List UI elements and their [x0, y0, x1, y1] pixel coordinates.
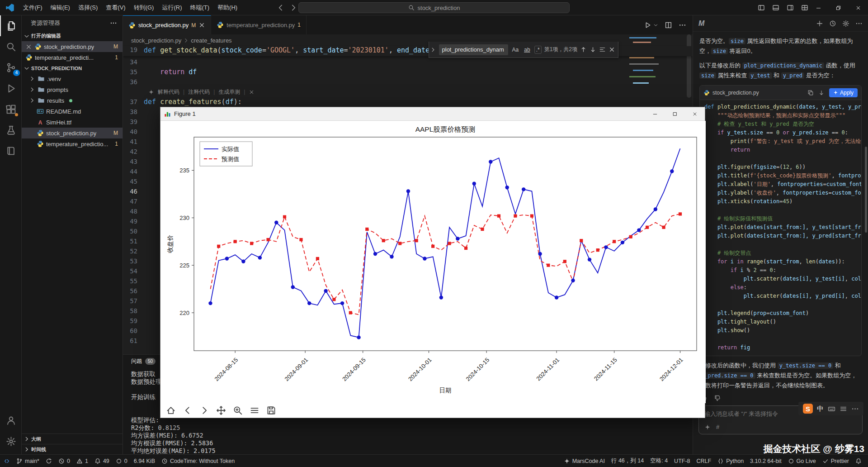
ai-action-comment[interactable]: 注释代码	[188, 88, 210, 96]
menu-item[interactable]: 文件(F)	[19, 0, 47, 15]
explorer-file-item[interactable]: stock_prediction.py M	[22, 128, 123, 138]
find-input[interactable]: plot_predictions_dynam	[439, 44, 508, 55]
status-bar-item[interactable]: 1	[76, 458, 88, 464]
toolbar-button[interactable]	[166, 405, 176, 415]
ai-action-unittest[interactable]: 生成单测	[218, 88, 240, 96]
status-bar-item[interactable]	[4, 458, 10, 464]
ime-mode-chinese[interactable]: 中	[817, 405, 824, 413]
find-in-selection-button[interactable]	[599, 46, 606, 53]
explorer-file-item[interactable]: .venv	[22, 73, 123, 84]
toolbar-button[interactable]	[266, 405, 276, 415]
breadcrumb-symbol[interactable]: create_features	[191, 37, 231, 44]
close-icon[interactable]	[25, 43, 32, 50]
activity-bar-item[interactable]	[0, 431, 22, 452]
close-button[interactable]	[848, 0, 868, 15]
explorer-file-item[interactable]: prompts	[22, 84, 123, 95]
figure-title-bar[interactable]: Figure 1	[160, 107, 705, 121]
more-icon[interactable]	[851, 405, 859, 413]
status-bar-item[interactable]: 空格: 4	[650, 457, 668, 465]
more-actions-icon[interactable]	[110, 19, 117, 27]
toolbar-button[interactable]	[183, 405, 193, 415]
keyboard-icon[interactable]	[828, 405, 835, 413]
status-bar-item[interactable]: CRLF	[697, 458, 712, 464]
toolbar-button[interactable]	[216, 405, 226, 415]
status-bar-item[interactable]: 3.10.2 64-bit	[750, 458, 782, 464]
close-button[interactable]	[685, 107, 705, 120]
chevron-down-icon[interactable]	[653, 23, 658, 28]
skills-icon[interactable]	[704, 424, 711, 430]
apply-button[interactable]: Apply	[829, 88, 858, 97]
status-bar-item[interactable]: UTF-8	[674, 458, 690, 464]
input-method-tray[interactable]: S 中	[798, 402, 863, 415]
insert-icon[interactable]	[818, 90, 825, 96]
run-python-file-button[interactable]	[644, 21, 651, 29]
gear-icon[interactable]	[842, 20, 849, 27]
editor-tab[interactable]: temperature_prediction.py 1	[211, 15, 307, 34]
next-match-button[interactable]	[590, 46, 596, 53]
status-bar-item[interactable]	[46, 458, 52, 464]
layout-toggle-icon[interactable]	[772, 4, 779, 11]
toolbar-button[interactable]	[199, 405, 209, 415]
activity-bar-item[interactable]	[0, 78, 22, 99]
split-editor-button[interactable]	[665, 21, 672, 29]
menu-item[interactable]: 选择(S)	[74, 0, 102, 15]
menu-item[interactable]: 帮助(H)	[213, 0, 241, 15]
activity-bar-item[interactable]	[0, 99, 22, 119]
layout-toggle-icon[interactable]	[787, 4, 794, 11]
copy-icon[interactable]	[807, 90, 814, 96]
layout-toggle-icon[interactable]	[801, 4, 808, 11]
more-actions-button[interactable]	[679, 21, 686, 29]
explorer-file-item[interactable]: A SimHei.ttf	[22, 117, 123, 128]
status-bar-item[interactable]: CodeTime: Without Token	[161, 458, 235, 464]
toolbar-button[interactable]	[250, 405, 259, 415]
matplotlib-figure-window[interactable]: Figure 1 2202252302352024-08-152024-09-0…	[160, 107, 705, 418]
activity-bar-item[interactable]: 4	[0, 57, 22, 78]
open-editor-item[interactable]: stock_prediction.py M	[22, 41, 123, 52]
chevron-right-icon[interactable]	[430, 47, 436, 53]
history-icon[interactable]	[829, 20, 836, 27]
editor-tab[interactable]: stock_prediction.py M	[123, 15, 211, 34]
status-bar-item[interactable]: Prettier	[822, 458, 849, 464]
layout-toggle-icon[interactable]	[758, 4, 765, 11]
ai-action-explain[interactable]: 解释代码	[158, 88, 179, 96]
project-section-header[interactable]: STOCK_PREDICTION	[22, 63, 123, 73]
status-bar-item[interactable]: 6.94 KiB	[134, 458, 155, 464]
open-editor-item[interactable]: temperature_predicti... 1	[22, 52, 123, 63]
menu-item[interactable]: 查看(V)	[102, 0, 129, 15]
menu-item[interactable]: 转到(G)	[130, 0, 158, 15]
status-bar-item[interactable]: 0	[116, 458, 127, 464]
explorer-file-item[interactable]: results	[22, 95, 123, 106]
menu-item[interactable]: 运行(R)	[158, 0, 186, 15]
status-bar-item[interactable]: MarsCode AI	[564, 458, 605, 464]
code-line[interactable]: 34 解释代码| 注释代码| 生成单测|	[123, 57, 693, 67]
close-icon[interactable]	[198, 22, 205, 29]
maximize-button[interactable]	[665, 107, 685, 120]
hash-command-icon[interactable]: #	[716, 424, 719, 430]
breadcrumb-file[interactable]: stock_prediction.py	[131, 37, 181, 44]
command-center-search[interactable]: stock_prediction	[298, 2, 570, 13]
activity-bar-item[interactable]	[0, 140, 22, 161]
code-line[interactable]: 36 解释代码| 注释代码| 生成单测|	[123, 77, 693, 87]
regex-toggle[interactable]: .*	[534, 46, 542, 54]
activity-bar-item[interactable]	[0, 119, 22, 140]
history-forward-button[interactable]	[289, 4, 297, 12]
status-bar-item[interactable]	[855, 458, 862, 464]
toolbar-button[interactable]	[233, 405, 243, 415]
editor-scrollbar[interactable]	[687, 34, 691, 98]
previous-match-button[interactable]	[580, 46, 587, 53]
sidebar-section-header[interactable]: 大纲	[22, 434, 123, 444]
open-editors-header[interactable]: 打开的编辑器	[22, 31, 123, 41]
code-line[interactable]: 解释代码| 注释代码| 生成单测|	[123, 87, 693, 97]
status-bar-item[interactable]: main*	[16, 458, 39, 464]
new-chat-icon[interactable]	[816, 20, 823, 27]
status-bar-item[interactable]: 49	[94, 458, 109, 464]
toolbox-icon[interactable]	[840, 405, 847, 413]
match-case-toggle[interactable]: Aa	[511, 46, 520, 53]
status-bar-item[interactable]: Go Live	[788, 458, 816, 464]
maximize-button[interactable]	[828, 0, 848, 15]
menu-item[interactable]: 终端(T)	[186, 0, 213, 15]
panel-scrollbar[interactable]	[865, 147, 867, 233]
panel-tab-problems[interactable]: 问题	[131, 357, 142, 365]
whole-word-toggle[interactable]: ab	[523, 46, 531, 53]
activity-bar-item[interactable]	[0, 410, 22, 431]
